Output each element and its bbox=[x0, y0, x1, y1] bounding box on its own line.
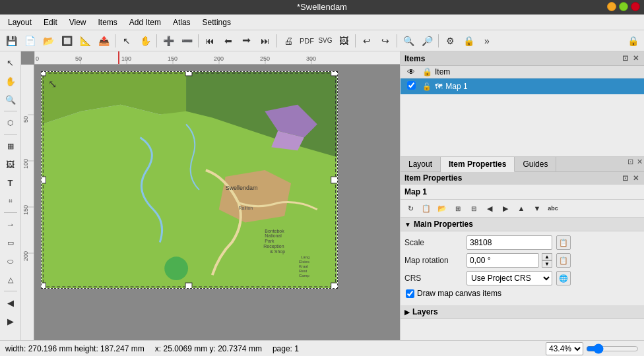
lt-add-picture[interactable]: 🖼 bbox=[2, 156, 19, 173]
lock-icon: 🔓 bbox=[422, 82, 432, 90]
props-title-float[interactable]: ⊡ bbox=[620, 173, 629, 183]
pt-atlas-label[interactable]: abc bbox=[546, 201, 560, 216]
prop-scale-input[interactable] bbox=[467, 235, 552, 250]
toolbar-btn5[interactable]: 📐 bbox=[77, 32, 94, 49]
menu-add-item[interactable]: Add Item bbox=[124, 16, 166, 28]
menu-layout[interactable]: Layout bbox=[3, 16, 37, 28]
menu-items[interactable]: Items bbox=[93, 16, 123, 28]
prop-rotation-down[interactable]: ▼ bbox=[542, 260, 552, 268]
lt-add-arrow[interactable]: → bbox=[2, 216, 19, 233]
items-panel-float[interactable]: ⊡ bbox=[620, 54, 629, 63]
toolbar-nav-first[interactable]: ⏮ bbox=[201, 32, 218, 49]
props-panel-close[interactable]: ✕ bbox=[635, 157, 644, 166]
toolbar-export-svg[interactable]: SVG bbox=[317, 32, 334, 49]
svg-text:100: 100 bbox=[121, 55, 131, 62]
toolbar-sep3 bbox=[198, 34, 199, 47]
lt-pan[interactable]: ✋ bbox=[2, 73, 19, 90]
items-panel-close[interactable]: ✕ bbox=[631, 54, 640, 63]
section-layers-header[interactable]: ▶ Layers bbox=[401, 305, 644, 319]
lt-add-label[interactable]: T bbox=[2, 174, 19, 191]
prop-crs-select[interactable]: Use Project CRS bbox=[467, 271, 552, 285]
toolbar-redo[interactable]: ↪ bbox=[377, 32, 394, 49]
toolbar-export-pdf[interactable]: PDF bbox=[298, 32, 315, 49]
toolbar-print[interactable]: 🖨 bbox=[280, 32, 297, 49]
zoom-slider[interactable] bbox=[586, 343, 639, 354]
toolbar-add-page[interactable]: ➕ bbox=[160, 32, 177, 49]
menu-view[interactable]: View bbox=[64, 16, 92, 28]
toolbar-zoom-in[interactable]: 🔍 bbox=[400, 32, 417, 49]
tab-guides[interactable]: Guides bbox=[515, 157, 556, 171]
pt-refresh[interactable]: ↻ bbox=[403, 201, 418, 216]
pt-move-content-down[interactable]: ▼ bbox=[530, 201, 544, 216]
lt-atlas-next[interactable]: ▶ bbox=[2, 312, 19, 330]
lt-edit-nodes[interactable]: ⬡ bbox=[2, 114, 19, 131]
pt-move-content-up[interactable]: ▲ bbox=[514, 201, 529, 216]
toolbar-export-img[interactable]: 🖼 bbox=[335, 32, 352, 49]
items-panel-header: Items ⊡ ✕ bbox=[401, 51, 644, 66]
menu-edit[interactable]: Edit bbox=[38, 16, 63, 28]
maximize-button[interactable] bbox=[619, 2, 628, 11]
toolbar-lock[interactable]: 🔒 bbox=[460, 32, 477, 49]
lt-add-map[interactable]: ▦ bbox=[2, 137, 19, 154]
vis-checkbox[interactable] bbox=[407, 81, 416, 90]
pt-move-content-left[interactable]: ◀ bbox=[482, 201, 497, 216]
svg-text:Railton: Railton bbox=[239, 206, 253, 210]
menu-atlas[interactable]: Atlas bbox=[168, 16, 196, 28]
map-canvas[interactable]: ⤡ Swellendam Railton Bontebok National P… bbox=[34, 65, 400, 340]
pt-load-style[interactable]: 📂 bbox=[435, 201, 449, 216]
prop-rotation-copy[interactable]: 📋 bbox=[556, 253, 571, 268]
tab-layout[interactable]: Layout bbox=[401, 157, 441, 171]
menu-settings[interactable]: Settings bbox=[197, 16, 236, 28]
pt-remove-frame[interactable]: ⊟ bbox=[467, 201, 481, 216]
lt-add-ellipse[interactable]: ⬭ bbox=[2, 252, 19, 270]
toolbar-atlas-settings[interactable]: ⚙ bbox=[441, 32, 459, 49]
toolbar-btn4[interactable]: 🔲 bbox=[58, 32, 75, 49]
section-main-properties-header[interactable]: ▼ Main Properties bbox=[401, 218, 644, 231]
prop-draw-canvas-check[interactable] bbox=[406, 289, 414, 298]
items-row-vis[interactable] bbox=[403, 81, 419, 92]
toolbar-undo[interactable]: ↩ bbox=[358, 32, 375, 49]
prop-rotation-up[interactable]: ▲ bbox=[542, 253, 552, 260]
toolbar-select[interactable]: ↖ bbox=[118, 32, 135, 49]
pt-move-content-right[interactable]: ▶ bbox=[498, 201, 513, 216]
close-button[interactable] bbox=[631, 2, 640, 11]
prop-rotation-input[interactable] bbox=[467, 253, 539, 268]
lt-zoom[interactable]: 🔍 bbox=[2, 91, 19, 108]
canvas-area[interactable]: 0 50 100 150 200 250 300 50 bbox=[21, 51, 400, 340]
lt-add-triangle[interactable]: △ bbox=[2, 271, 19, 288]
ruler-top: 0 50 100 150 200 250 300 bbox=[34, 51, 400, 65]
zoom-select[interactable]: 10% 25% 43.4% 50% 75% 100% 150% 200% bbox=[546, 342, 583, 355]
toolbar-nav-next[interactable]: ⮕ bbox=[238, 32, 255, 49]
map-paper[interactable]: ⤡ Swellendam Railton Bontebok National P… bbox=[41, 71, 338, 289]
lt-select[interactable]: ↖ bbox=[2, 54, 19, 71]
status-dimensions: width: 270.196 mm height: 187.247 mm bbox=[5, 344, 145, 353]
toolbar-more[interactable]: » bbox=[478, 32, 496, 49]
tab-item-properties[interactable]: Item Properties bbox=[441, 157, 515, 172]
pt-add-frame[interactable]: ⊞ bbox=[451, 201, 465, 216]
toolbar-nav-prev[interactable]: ⬅ bbox=[220, 32, 237, 49]
toolbar-zoom-out[interactable]: 🔎 bbox=[418, 32, 435, 49]
props-panel-float[interactable]: ⊡ bbox=[626, 157, 635, 166]
section-title: Main Properties bbox=[414, 220, 473, 229]
prop-scale-copy[interactable]: 📋 bbox=[556, 235, 571, 250]
toolbar-remove-page[interactable]: ➖ bbox=[178, 32, 195, 49]
toolbar-pan[interactable]: ✋ bbox=[137, 32, 154, 49]
toolbar-nav-last[interactable]: ⏭ bbox=[257, 32, 274, 49]
toolbar-toggle-panel[interactable]: 🔒 bbox=[624, 32, 641, 49]
lt-add-html[interactable]: ⌗ bbox=[2, 193, 19, 210]
props-title-close[interactable]: ✕ bbox=[631, 173, 640, 183]
lt-add-rect[interactable]: ▭ bbox=[2, 234, 19, 251]
toolbar-new[interactable]: 📄 bbox=[21, 32, 38, 49]
svg-text:⤡: ⤡ bbox=[48, 78, 57, 90]
toolbar-sep4 bbox=[276, 34, 277, 47]
svg-text:Bontebok: Bontebok bbox=[265, 229, 284, 233]
toolbar-open-template[interactable]: 📂 bbox=[40, 32, 57, 49]
items-row-map1[interactable]: 🔓 🗺 Map 1 bbox=[401, 78, 644, 94]
lt-atlas-prev[interactable]: ◀ bbox=[2, 294, 19, 311]
toolbar-btn6[interactable]: 📤 bbox=[95, 32, 112, 49]
prop-crs-globe[interactable]: 🌐 bbox=[556, 271, 571, 285]
minimize-button[interactable] bbox=[607, 2, 616, 11]
toolbar-save[interactable]: 💾 bbox=[3, 32, 20, 49]
statusbar: width: 270.196 mm height: 187.247 mm x: … bbox=[0, 340, 644, 356]
pt-store-style[interactable]: 📋 bbox=[419, 201, 434, 216]
